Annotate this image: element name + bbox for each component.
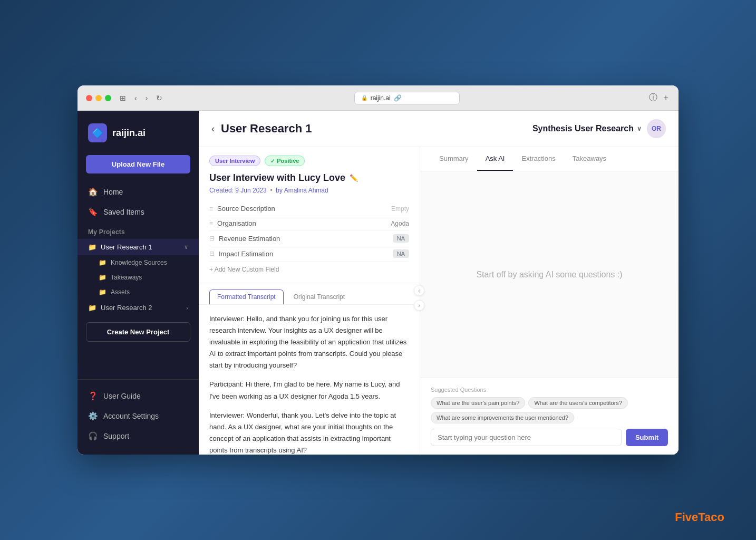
tab-takeaways[interactable]: Takeaways [564, 147, 615, 171]
synthesis-label: Synthesis User Research [532, 124, 634, 133]
close-traffic-light[interactable] [86, 95, 92, 101]
add-field-label: + Add New Custom Field [209, 266, 279, 273]
main-content: ‹ User Research 1 Synthesis User Researc… [199, 111, 679, 455]
folder-icon-2: 📁 [88, 304, 96, 312]
folder-sub-icon-3: 📁 [99, 288, 106, 296]
app-logo-icon: 🔷 [88, 123, 107, 142]
sidebar-item-home[interactable]: 🏠 Home [77, 182, 199, 202]
browser-chrome: ⊞ ‹ › ↻ 🔒 raijin.ai 🔗 ⓘ ＋ [77, 85, 679, 111]
sidebar-item-home-label: Home [103, 188, 123, 196]
forward-browser-button[interactable]: › [143, 93, 150, 103]
header-right: Synthesis User Research ∨ OR [532, 119, 666, 138]
original-transcript-tab[interactable]: Original Transcript [286, 290, 353, 304]
app-logo-text: raijin.ai [112, 128, 146, 139]
suggested-pill-3[interactable]: What are some improvements the user ment… [431, 412, 574, 423]
synthesis-dropdown[interactable]: Synthesis User Research ∨ [532, 124, 642, 133]
folder-sub-icon-2: 📁 [99, 274, 106, 281]
sidebar-item-takeaways[interactable]: 📁 Takeaways [77, 270, 199, 285]
back-button[interactable]: ‹ [211, 123, 215, 134]
tags-row: User Interview Positive [209, 156, 409, 166]
content-area: User Interview Positive User Interview w… [199, 147, 679, 455]
user-guide-icon: ❓ [88, 391, 98, 401]
app-content: 🔷 raijin.ai Upload New File 🏠 Home 🔖 Sav… [77, 111, 679, 455]
folder-icon: 📁 [88, 243, 96, 251]
project-1-label: User Research 1 [101, 243, 152, 251]
traffic-lights [86, 95, 111, 101]
minimize-traffic-light[interactable] [95, 95, 102, 101]
tab-extractions[interactable]: Extractions [513, 147, 564, 171]
suggested-pills: What are the user's pain points? What ar… [431, 397, 668, 423]
add-custom-field-row[interactable]: + Add New Custom Field [209, 262, 409, 274]
address-bar: 🔒 raijin.ai 🔗 [171, 92, 643, 104]
sidebar-toggle-button[interactable]: ⊞ [118, 93, 128, 103]
knowledge-sources-label: Knowledge Sources [111, 259, 167, 266]
sidebar-item-account-settings[interactable]: ⚙️ Account Settings [77, 406, 199, 426]
list-icon-2: ≡ [209, 220, 213, 227]
sidebar-item-user-guide[interactable]: ❓ User Guide [77, 386, 199, 406]
folder-sub-icon: 📁 [99, 259, 106, 266]
page-header: ‹ User Research 1 Synthesis User Researc… [199, 111, 679, 147]
browser-actions: ⓘ ＋ [649, 92, 670, 103]
my-projects-header: My Projects [77, 222, 199, 239]
sidebar-item-support[interactable]: 🎧 Support [77, 426, 199, 446]
maximize-traffic-light[interactable] [105, 95, 111, 101]
document-title: User Interview with Lucy Love ✏️ [209, 172, 409, 184]
synthesis-chevron-icon: ∨ [637, 125, 642, 132]
url-text: raijin.ai [371, 94, 391, 102]
support-icon: 🎧 [88, 431, 98, 441]
sidebar-project-user-research-1[interactable]: 📁 User Research 1 ∨ [77, 239, 199, 255]
right-panel-wrapper: Summary Ask AI Extractions Takeaways Sta… [420, 147, 679, 455]
ai-bottom-area: Suggested Questions What are the user's … [420, 378, 679, 455]
interview-tag: User Interview [209, 156, 260, 166]
project-2-label: User Research 2 [101, 304, 152, 312]
chevron-right-icon: › [186, 305, 188, 311]
address-bar-inner[interactable]: 🔒 raijin.ai 🔗 [354, 92, 460, 104]
assets-label: Assets [111, 288, 130, 296]
transcript-tabs: Formatted Transcript Original Transcript [199, 283, 420, 305]
page-title-area: ‹ User Research 1 [211, 122, 312, 136]
suggested-pill-1[interactable]: What are the user's pain points? [431, 397, 525, 409]
transcript-para-2: Participant: Hi there, I'm glad to be he… [209, 379, 409, 402]
lock-icon: 🔒 [361, 95, 367, 101]
sidebar-item-saved-items[interactable]: 🔖 Saved Items [77, 202, 199, 222]
submit-button[interactable]: Submit [626, 429, 668, 446]
suggested-pill-2[interactable]: What are the users's competitors? [528, 397, 628, 409]
upload-new-file-button[interactable]: Upload New File [86, 155, 190, 173]
sidebar-item-saved-items-label: Saved Items [103, 208, 144, 216]
back-browser-button[interactable]: ‹ [132, 93, 139, 103]
meta-row-impact: ⊟ Impact Estimation NA [209, 246, 409, 262]
tab-ask-ai[interactable]: Ask AI [477, 147, 513, 171]
list-icon-1: ≡ [209, 205, 213, 213]
edit-title-icon[interactable]: ✏️ [350, 174, 358, 182]
collapse-left-arrow[interactable]: ‹ [414, 285, 424, 296]
user-avatar-button[interactable]: OR [647, 119, 666, 138]
ask-ai-input[interactable] [431, 429, 622, 446]
refresh-button[interactable]: ↻ [154, 93, 164, 103]
source-info: User Interview Positive User Interview w… [199, 147, 420, 283]
estimate-icon-2: ⊟ [209, 250, 215, 257]
brand-suffix: Taco [698, 510, 724, 524]
sidebar-project-user-research-2[interactable]: 📁 User Research 2 › [77, 300, 199, 316]
formatted-transcript-tab[interactable]: Formatted Transcript [209, 290, 284, 304]
impact-estimation-value: NA [393, 249, 409, 258]
create-new-project-button[interactable]: Create New Project [86, 322, 190, 342]
help-icon[interactable]: ⓘ [649, 92, 657, 103]
browser-window: ⊞ ‹ › ↻ 🔒 raijin.ai 🔗 ⓘ ＋ 🔷 raijin.ai Up… [77, 85, 679, 455]
document-meta: Created: 9 Jun 2023 • by Amalina Ahmad [209, 187, 409, 194]
sidebar-item-knowledge-sources[interactable]: 📁 Knowledge Sources [77, 255, 199, 270]
sidebar-item-assets[interactable]: 📁 Assets [77, 285, 199, 300]
tab-summary[interactable]: Summary [431, 147, 477, 171]
support-label: Support [103, 432, 129, 440]
meta-row-org: ≡ Organisation Agoda [209, 216, 409, 231]
chevron-down-icon: ∨ [184, 244, 188, 250]
author-text: by Amalina Ahmad [276, 187, 328, 194]
transcript-content: Interviewer: Hello, and thank you for jo… [199, 305, 420, 455]
left-panel: User Interview Positive User Interview w… [199, 147, 420, 455]
collapse-right-arrow[interactable]: › [414, 300, 424, 311]
source-description-value: Empty [391, 205, 409, 213]
panel-tabs: Summary Ask AI Extractions Takeaways [420, 147, 679, 171]
new-tab-icon[interactable]: ＋ [662, 92, 670, 103]
impact-estimation-label: Impact Estimation [219, 250, 393, 258]
revenue-estimation-label: Revenue Estimation [219, 235, 393, 243]
logo-area: 🔷 raijin.ai [77, 119, 199, 151]
